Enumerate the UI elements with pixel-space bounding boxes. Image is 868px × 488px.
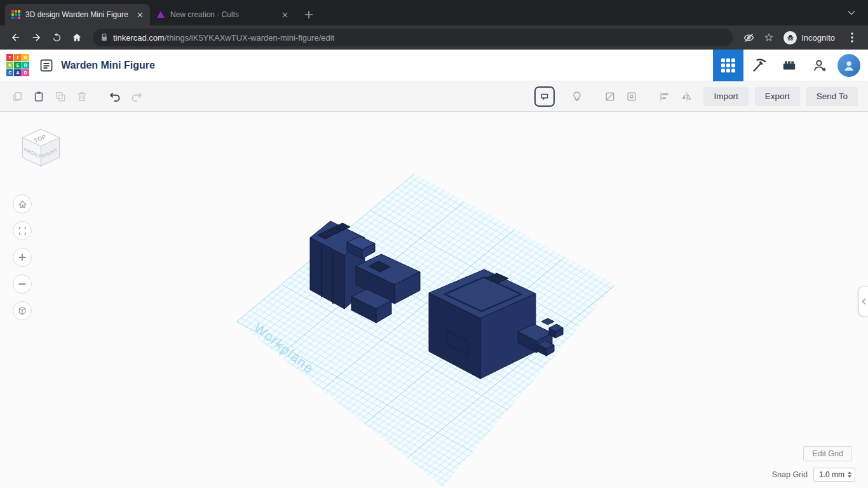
panel-expand-tab[interactable] bbox=[858, 286, 868, 316]
url-domain: tinkercad.com bbox=[113, 33, 165, 43]
grid-icon bbox=[721, 58, 735, 72]
undo-icon[interactable] bbox=[104, 86, 126, 107]
home-view-button[interactable] bbox=[13, 194, 32, 214]
mirror-tool-icon[interactable] bbox=[675, 86, 697, 107]
hide-selected-icon[interactable] bbox=[599, 86, 621, 107]
view-cube[interactable]: TOP FRONT RIGHT bbox=[14, 122, 68, 176]
header-actions bbox=[713, 50, 868, 81]
snap-grid-select[interactable]: 1.0 mm bbox=[813, 468, 855, 482]
notes-tool-button[interactable] bbox=[534, 86, 555, 107]
annotation-icon bbox=[539, 92, 550, 102]
incognito-badge: Incognito bbox=[783, 31, 835, 44]
app-header: TINKERCAD Warden Mini Figure bbox=[0, 50, 868, 81]
url-field[interactable]: tinkercad.com/things/iK5YKAXwTUX-warden-… bbox=[93, 29, 733, 46]
add-person-icon bbox=[811, 57, 828, 74]
tab-close-icon[interactable] bbox=[135, 10, 145, 20]
import-button[interactable]: Import bbox=[703, 87, 748, 106]
chevron-left-icon bbox=[862, 298, 866, 305]
bookmark-star-icon[interactable] bbox=[759, 28, 778, 47]
snap-grid-value: 1.0 mm bbox=[814, 470, 848, 479]
tinkercad-favicon bbox=[11, 10, 20, 19]
url-text: tinkercad.com/things/iK5YKAXwTUX-warden-… bbox=[113, 33, 334, 43]
duplicate-icon[interactable] bbox=[50, 86, 71, 107]
user-avatar[interactable] bbox=[837, 54, 860, 77]
tinkercad-logo[interactable]: TINKERCAD bbox=[6, 54, 29, 77]
url-path: /things/iK5YKAXwTUX-warden-mini-figure/e… bbox=[165, 33, 334, 43]
cults-favicon bbox=[156, 10, 165, 19]
reload-icon[interactable] bbox=[47, 28, 66, 47]
forward-icon[interactable] bbox=[27, 28, 46, 47]
copy-icon[interactable] bbox=[6, 86, 28, 107]
spinner-arrows-icon[interactable] bbox=[848, 471, 855, 478]
new-tab-button[interactable] bbox=[300, 6, 318, 24]
viewport-3d[interactable]: Workplane bbox=[0, 112, 868, 488]
snap-grid-control: Snap Grid 1.0 mm bbox=[772, 468, 855, 482]
snap-grid-label: Snap Grid bbox=[772, 470, 808, 479]
light-tool-icon[interactable] bbox=[566, 86, 588, 107]
redo-icon[interactable] bbox=[126, 86, 147, 107]
show-all-icon[interactable] bbox=[621, 86, 642, 107]
editor-toolbar: Import Export Send To bbox=[0, 81, 868, 112]
zoom-in-button[interactable] bbox=[13, 248, 32, 267]
home-icon[interactable] bbox=[67, 28, 86, 47]
incognito-label: Incognito bbox=[801, 33, 835, 43]
zoom-out-button[interactable] bbox=[13, 274, 32, 294]
paste-icon[interactable] bbox=[28, 86, 50, 107]
fit-view-button[interactable] bbox=[13, 221, 32, 240]
share-invite-button[interactable] bbox=[804, 50, 835, 81]
edit-grid-button[interactable]: Edit Grid bbox=[803, 446, 852, 461]
eye-blocked-icon[interactable] bbox=[739, 28, 758, 47]
lego-brick-icon bbox=[781, 57, 797, 74]
brick-export-button[interactable] bbox=[774, 50, 804, 81]
blocks-view-button[interactable] bbox=[713, 50, 743, 81]
send-to-button[interactable]: Send To bbox=[806, 87, 858, 106]
view-tools bbox=[13, 194, 32, 320]
scene-canvas[interactable]: Workplane bbox=[0, 112, 868, 488]
design-title[interactable]: Warden Mini Figure bbox=[61, 60, 155, 71]
tab-title: New creation · Cults bbox=[170, 10, 275, 19]
back-icon[interactable] bbox=[6, 28, 25, 47]
tab-title: 3D design Warden Mini Figure bbox=[25, 10, 130, 19]
perspective-toggle-button[interactable] bbox=[13, 301, 32, 320]
tab-close-icon[interactable] bbox=[280, 10, 290, 20]
browser-menu-kebab-icon[interactable] bbox=[843, 28, 862, 47]
lock-icon bbox=[100, 33, 108, 42]
align-tool-icon[interactable] bbox=[654, 86, 675, 107]
screen: 3D design Warden Mini Figure New creatio… bbox=[0, 0, 868, 488]
browser-tab-inactive[interactable]: New creation · Cults bbox=[150, 4, 295, 25]
design-properties-icon[interactable] bbox=[34, 53, 58, 78]
tab-list-chevron-icon[interactable] bbox=[843, 4, 860, 22]
delete-icon[interactable] bbox=[71, 86, 93, 107]
browser-address-bar: tinkercad.com/things/iK5YKAXwTUX-warden-… bbox=[0, 25, 868, 50]
incognito-spy-icon bbox=[783, 31, 797, 44]
browser-tab-active[interactable]: 3D design Warden Mini Figure bbox=[5, 4, 150, 25]
export-button[interactable]: Export bbox=[755, 87, 800, 106]
pickaxe-icon bbox=[750, 57, 767, 74]
minecraft-export-button[interactable] bbox=[743, 50, 774, 81]
browser-tab-strip: 3D design Warden Mini Figure New creatio… bbox=[0, 0, 868, 25]
